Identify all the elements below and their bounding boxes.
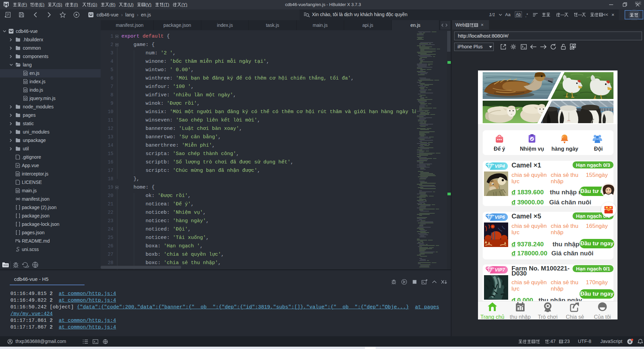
svg-text:VIP4: VIP4 bbox=[495, 163, 505, 169]
svg-text:VIP6: VIP6 bbox=[495, 214, 505, 220]
svg-text:VIP7: VIP7 bbox=[495, 267, 505, 272]
